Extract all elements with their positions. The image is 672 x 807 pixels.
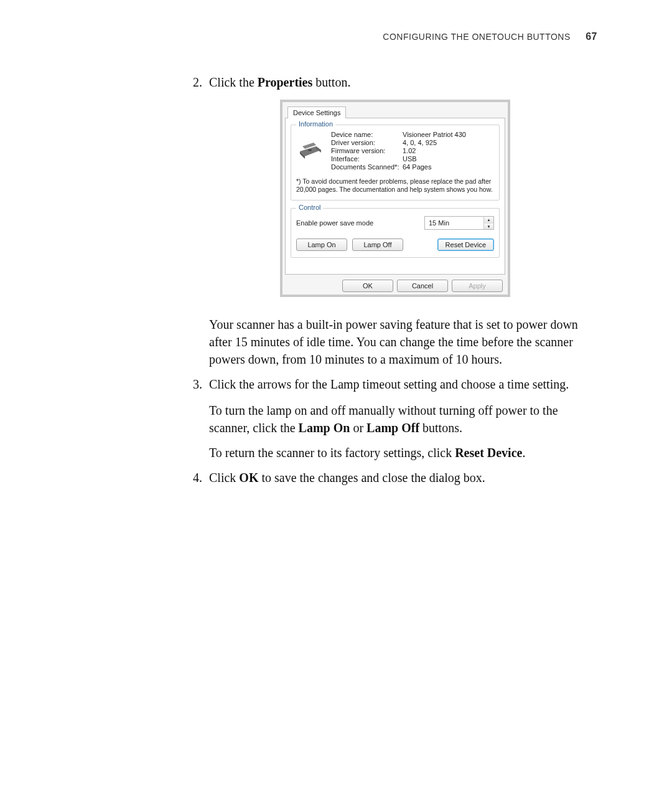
power-save-spinner[interactable]: 15 Min ▲ ▼ [424, 216, 494, 230]
lamp-on-button[interactable]: Lamp On [296, 238, 347, 251]
spinner-down-icon[interactable]: ▼ [484, 224, 493, 230]
paragraph-power-save: Your scanner has a built-in power saving… [209, 316, 597, 368]
reset-device-button[interactable]: Reset Device [437, 238, 494, 251]
scanner-icon [296, 133, 325, 161]
spinner-up-icon[interactable]: ▲ [484, 217, 493, 224]
apply-button[interactable]: Apply [452, 280, 503, 292]
power-save-label: Enable power save mode [296, 219, 373, 227]
paragraph-reset: To return the scanner to its factory set… [209, 444, 597, 461]
control-title: Control [296, 204, 323, 211]
cancel-button[interactable]: Cancel [397, 280, 448, 292]
device-settings-dialog: Device Settings Information [280, 100, 510, 297]
information-group: Information Device na [291, 125, 500, 201]
information-title: Information [296, 120, 335, 128]
footnote: *) To avoid document feeder problems, pl… [296, 177, 494, 194]
tab-device-settings[interactable]: Device Settings [287, 106, 346, 118]
step-2: 2. Click the Properties button. [193, 73, 597, 91]
control-group: Control Enable power save mode 15 Min ▲ … [291, 208, 500, 258]
step-3: 3. Click the arrows for the Lamp timeout… [193, 375, 597, 393]
ok-button[interactable]: OK [342, 280, 393, 292]
power-save-value: 15 Min [425, 217, 483, 229]
page-header: CONFIGURING THE ONETOUCH BUTTONS 67 [193, 31, 597, 42]
page-number: 67 [586, 31, 597, 42]
header-title: CONFIGURING THE ONETOUCH BUTTONS [383, 32, 570, 42]
step-4: 4. Click OK to save the changes and clos… [193, 469, 597, 486]
svg-point-0 [308, 149, 312, 151]
paragraph-lamp: To turn the lamp on and off manually wit… [209, 402, 597, 437]
lamp-off-button[interactable]: Lamp Off [352, 238, 403, 251]
